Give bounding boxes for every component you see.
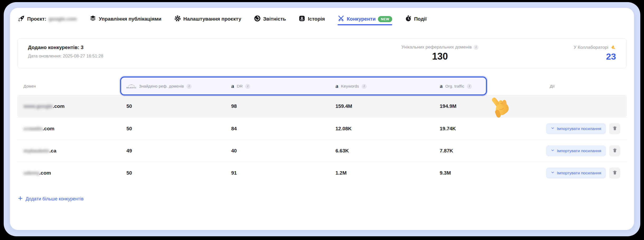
competitors-table: Домен MAJESTIC Знайдено реф. доменів i a… xyxy=(17,78,627,184)
trash-icon xyxy=(612,126,617,132)
dr-cell: 91 xyxy=(225,170,329,176)
unique-ref-domains-label: Унікальних реферальних доменів xyxy=(401,45,472,50)
org-traffic-cell: 7.87K xyxy=(433,148,534,154)
majestic-icon: MAJESTIC xyxy=(126,84,136,89)
nav-competitors-label: Конкуренти xyxy=(347,16,376,22)
keywords-cell: 12.08K xyxy=(329,126,433,132)
delete-button[interactable] xyxy=(609,167,620,179)
crossed-swords-icon xyxy=(338,15,344,23)
nav-events-label: Події xyxy=(414,16,427,22)
header-dr: a DR i xyxy=(225,83,329,89)
stats-bar: Додано конкурентів: 3 Дата оновлення: 20… xyxy=(17,38,627,68)
actions-cell: Імпортувати посилання xyxy=(534,167,627,179)
ahrefs-icon: a xyxy=(231,83,234,89)
domain-cell: mybaskets.ca xyxy=(17,148,120,154)
domain-cell: www.google.com xyxy=(17,103,120,109)
add-more-label: Додати більше конкурентів xyxy=(26,196,83,202)
org-traffic-cell: 9.3M xyxy=(433,170,534,176)
import-links-button[interactable]: Імпортувати посилання xyxy=(546,145,606,156)
nav-reports-label: Звітність xyxy=(263,16,286,22)
org-traffic-cell: 194.9M xyxy=(433,103,534,109)
keywords-cell: 159.4M xyxy=(329,103,433,109)
ref-domains-cell: 49 xyxy=(120,148,225,154)
info-icon[interactable]: i xyxy=(362,84,367,89)
header-domain: Домен xyxy=(17,84,120,89)
layers-icon xyxy=(89,15,96,23)
active-tab-underline xyxy=(338,24,392,25)
import-links-button[interactable]: Імпортувати посилання xyxy=(546,123,606,134)
delete-button[interactable] xyxy=(609,145,620,156)
chevron-down-icon xyxy=(551,171,555,175)
nav-competitors[interactable]: Конкуренти NEW xyxy=(338,13,392,25)
nav-project[interactable]: Проєкт: google.com xyxy=(18,13,77,25)
keywords-cell: 1.2M xyxy=(329,170,433,176)
pointing-hand-small-icon xyxy=(610,44,617,51)
stats-unique-ref-domains: Унікальних реферальних доменів i 130 xyxy=(401,45,479,62)
info-icon[interactable]: i xyxy=(473,45,479,50)
nav-project-label: Проєкт: xyxy=(27,16,46,22)
trash-icon xyxy=(612,148,617,154)
table-row: mybaskets.ca 49 40 6.63K 7.87K Імпортува… xyxy=(17,140,627,162)
header-found-ref-domains: MAJESTIC Знайдено реф. доменів i xyxy=(120,84,225,89)
info-icon[interactable]: i xyxy=(187,84,192,89)
ahrefs-icon: a xyxy=(335,83,338,89)
stats-added: Додано конкурентів: 3 Дата оновлення: 20… xyxy=(28,45,103,59)
keywords-cell: 6.63K xyxy=(329,148,433,154)
updated-date-text: Дата оновлення: 2025-08-27 16:51:28 xyxy=(28,54,103,59)
ref-domains-cell: 50 xyxy=(120,103,225,109)
add-more-competitors-link[interactable]: Додати більше конкурентів xyxy=(18,196,83,202)
stats-collaborator: У Коллабораторі 23 xyxy=(574,45,616,62)
nav-settings[interactable]: Налаштування проєкту xyxy=(174,13,241,25)
added-competitors-label: Додано конкурентів: xyxy=(28,45,79,50)
table-row: udemy.com 50 91 1.2M 9.3M Імпортувати по… xyxy=(17,162,627,184)
top-nav: Проєкт: google.com Управління публікація… xyxy=(18,13,626,25)
rocket-icon xyxy=(18,15,25,23)
collaborator-value: 23 xyxy=(574,51,616,62)
nav-history-label: Історія xyxy=(308,16,325,22)
ahrefs-icon: a xyxy=(440,83,443,89)
info-icon[interactable]: i xyxy=(467,84,472,89)
history-download-icon xyxy=(299,15,305,23)
dr-cell: 98 xyxy=(225,103,329,109)
import-links-button[interactable]: Імпортувати посилання xyxy=(546,167,606,179)
ref-domains-cell: 50 xyxy=(120,126,225,132)
domain-cell: crowdin.com xyxy=(17,126,120,132)
actions-cell: Імпортувати посилання xyxy=(534,145,627,156)
table-row: crowdin.com 50 84 12.08K 19.74K Імпортув… xyxy=(17,117,627,140)
stopwatch-icon xyxy=(405,15,412,23)
app-card: Проєкт: google.com Управління публікація… xyxy=(10,8,634,230)
unique-ref-domains-value: 130 xyxy=(401,51,479,62)
header-keywords: a Keywords i xyxy=(329,83,433,89)
nav-project-domain-masked: google.com xyxy=(49,16,77,22)
plus-icon xyxy=(18,196,23,202)
table-row: www.google.com 50 98 159.4M 194.9M xyxy=(17,95,627,117)
collaborator-label: У Коллабораторі xyxy=(574,45,608,50)
dr-cell: 84 xyxy=(225,126,329,132)
org-traffic-cell: 19.74K xyxy=(433,126,534,132)
gear-icon xyxy=(174,15,181,23)
added-competitors-value: 3 xyxy=(81,45,84,50)
table-header-row: Домен MAJESTIC Знайдено реф. доменів i a… xyxy=(17,78,627,95)
app-frame: Проєкт: google.com Управління публікація… xyxy=(4,2,640,236)
nav-reports[interactable]: Звітність xyxy=(254,13,286,25)
nav-history[interactable]: Історія xyxy=(299,13,325,25)
chevron-down-icon xyxy=(551,126,555,131)
new-badge: NEW xyxy=(378,16,392,22)
dr-cell: 40 xyxy=(225,148,329,154)
actions-cell: Імпортувати посилання xyxy=(534,123,627,134)
nav-settings-label: Налаштування проєкту xyxy=(183,16,241,22)
ref-domains-cell: 50 xyxy=(120,170,225,176)
nav-publications-label: Управління публікаціями xyxy=(99,16,161,22)
header-actions: Дії xyxy=(534,84,627,89)
trash-icon xyxy=(612,170,617,176)
delete-button[interactable] xyxy=(609,123,620,134)
domain-cell: udemy.com xyxy=(17,170,120,176)
nav-publications[interactable]: Управління публікаціями xyxy=(89,13,161,25)
header-org-traffic: a Org. traffic i xyxy=(433,83,534,89)
info-icon[interactable]: i xyxy=(245,84,250,89)
report-icon xyxy=(254,15,261,23)
nav-events[interactable]: Події xyxy=(405,13,427,25)
chevron-down-icon xyxy=(551,148,555,153)
